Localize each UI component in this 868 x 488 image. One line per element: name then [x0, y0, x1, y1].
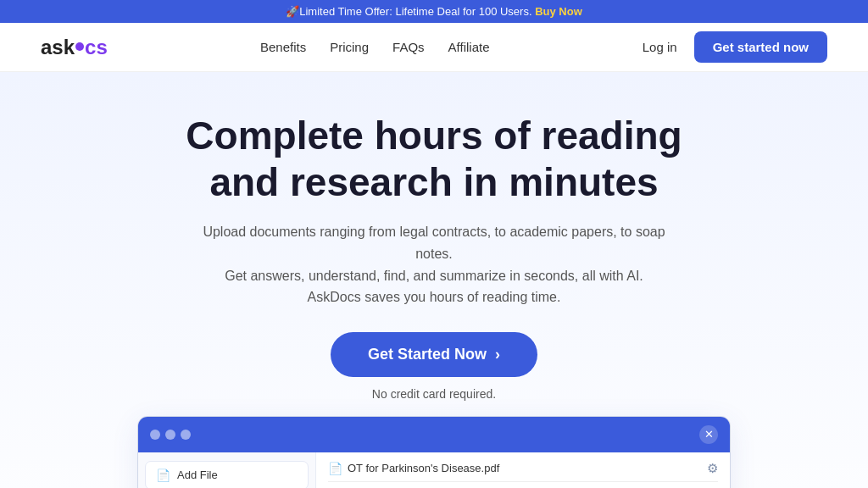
no-credit-text: No credit card required.: [17, 387, 851, 401]
banner-text: 🚀Limited Time Offer: Lifetime Deal for 1…: [286, 5, 531, 18]
nav-benefits[interactable]: Benefits: [260, 40, 306, 54]
arrow-icon: ›: [495, 346, 500, 363]
dot-3: [181, 430, 191, 440]
add-file-button[interactable]: 📄 Add File: [145, 461, 309, 488]
main-nav: askcs Benefits Pricing FAQs Affiliate Lo…: [0, 23, 868, 72]
login-button[interactable]: Log in: [643, 40, 677, 54]
dot-2: [165, 430, 175, 440]
hero-heading-line2: and research in minutes: [209, 160, 658, 204]
hero-cta-label: Get Started Now: [368, 346, 487, 363]
file-header: 📄 OT for Parkinson's Disease.pdf ⚙: [328, 461, 718, 482]
nav-links: Benefits Pricing FAQs Affiliate: [260, 40, 490, 55]
doc-icon: 📄: [328, 462, 342, 475]
nav-actions: Log in Get started now: [643, 31, 827, 63]
hero-heading-line1: Complete hours of reading: [186, 114, 682, 158]
hero-subtext: Upload documents ranging from legal cont…: [197, 221, 671, 308]
mockup-sidebar: 📄 Add File 📁 Add Folder ▶ Add YouTube Li…: [138, 452, 316, 488]
settings-icon[interactable]: ⚙: [707, 461, 718, 476]
hero-heading: Complete hours of reading and research i…: [137, 113, 731, 206]
hero-cta-button[interactable]: Get Started Now ›: [331, 332, 537, 377]
close-button[interactable]: ✕: [699, 425, 718, 444]
logo[interactable]: askcs: [41, 36, 108, 59]
nav-affiliate[interactable]: Affiliate: [448, 40, 490, 54]
file-name-text: OT for Parkinson's Disease.pdf: [348, 462, 499, 474]
titlebar-dots: [150, 430, 191, 440]
mockup-titlebar: ✕: [138, 417, 730, 452]
dot-1: [150, 430, 160, 440]
hero-section: Complete hours of reading and research i…: [0, 72, 868, 488]
nav-cta-button[interactable]: Get started now: [694, 31, 827, 63]
add-file-label: Add File: [177, 469, 218, 481]
mockup-main: 📄 OT for Parkinson's Disease.pdf ⚙ 💬 Hi,…: [316, 452, 730, 488]
mockup-body: 📄 Add File 📁 Add Folder ▶ Add YouTube Li…: [138, 452, 730, 488]
buy-now-link[interactable]: Buy Now: [535, 5, 582, 18]
nav-faqs[interactable]: FAQs: [392, 40, 425, 54]
file-icon: 📄: [156, 469, 170, 482]
promo-banner: 🚀Limited Time Offer: Lifetime Deal for 1…: [0, 0, 868, 23]
nav-pricing[interactable]: Pricing: [330, 40, 369, 54]
app-mockup: ✕ 📄 Add File 📁 Add Folder ▶ Add YouTube …: [137, 416, 731, 488]
file-name-area: 📄 OT for Parkinson's Disease.pdf: [328, 462, 499, 475]
